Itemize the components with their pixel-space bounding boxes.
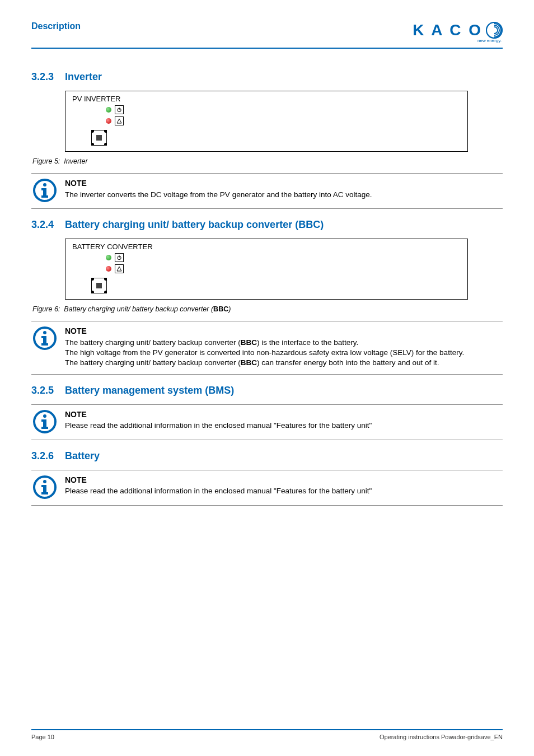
heading-text: Inverter [65,71,102,82]
heading-num: 3.2.3 [31,71,54,82]
heading-text: Battery management system (BMS) [65,385,234,396]
fig-text-a: Battery charging unit/ battery backup co… [64,305,213,313]
device-title: PV INVERTER [72,95,461,103]
svg-point-21 [43,480,46,483]
doc-title: Operating instructions Powador-gridsave_… [380,734,503,740]
fig-text-b: BBC [213,305,228,313]
note-bbc: NOTE The battery charging unit/ battery … [31,321,503,375]
figure-6-caption: Figure 6: Battery charging unit/ battery… [32,305,503,313]
stop-button[interactable] [91,130,107,146]
status-row-fault [106,116,461,125]
note-line-1: The battery charging unit/ battery backu… [65,338,503,348]
note-inverter: NOTE The inverter converts the DC voltag… [31,173,503,209]
stop-icon [96,135,102,141]
heading-num: 3.2.6 [31,450,54,461]
svg-rect-7 [41,195,48,198]
note-title: NOTE [65,326,503,337]
svg-point-11 [43,331,46,334]
note-content: NOTE The inverter converts the DC voltag… [65,178,503,203]
svg-rect-18 [41,419,46,422]
heading-num: 3.2.4 [31,219,54,230]
note-body: Please read the additional information i… [65,486,503,496]
note-content: NOTE The battery charging unit/ battery … [65,326,503,368]
svg-rect-13 [41,336,46,338]
note-content: NOTE Please read the additional informat… [65,475,503,500]
led-green-icon [106,255,111,260]
status-row-ok [106,105,461,114]
page-footer: Page 10 Operating instructions Powador-g… [31,729,503,740]
fig-prefix: Figure 6: [32,305,60,313]
heading-text: Battery charging unit/ battery backup co… [65,219,324,230]
info-icon [32,326,57,351]
note-battery: NOTE Please read the additional informat… [31,470,503,506]
swirl-icon [486,22,503,39]
power-icon [115,105,124,114]
heading-text: Battery [65,450,100,461]
note-title: NOTE [65,409,503,420]
svg-rect-6 [41,188,46,190]
led-red-icon [106,118,111,124]
heading-inverter: 3.2.3Inverter [31,71,503,83]
info-icon [32,178,57,203]
page-header: Description K A C O new energy. [31,21,503,46]
figure-5-caption: Figure 5: Inverter [32,157,503,165]
note-line-3: The battery charging unit/ battery backu… [65,358,503,368]
t: The battery charging unit/ battery backu… [65,358,241,367]
power-icon [115,253,124,262]
header-rule [31,48,503,49]
warning-icon [115,264,124,273]
fig-text-c: ) [228,305,231,313]
stop-icon [96,283,102,288]
note-bms: NOTE Please read the additional informat… [31,404,503,440]
svg-rect-23 [41,485,46,487]
pv-inverter-panel: PV INVERTER [65,91,468,152]
note-title: NOTE [65,178,503,189]
note-line-2: The high voltage from the PV generator i… [65,348,503,358]
section-label: Description [31,21,81,31]
brand-logo: K A C O new energy. [413,21,503,43]
svg-rect-19 [41,427,48,429]
note-content: NOTE Please read the additional informat… [65,409,503,434]
fig-text: Inverter [64,157,87,165]
heading-bbc: 3.2.4Battery charging unit/ battery back… [31,219,503,231]
note-body: Please read the additional information i… [65,421,503,431]
footer-rule [31,729,503,730]
t: BBC [241,338,257,347]
warning-icon [115,116,124,125]
t: The battery charging unit/ battery backu… [65,338,241,347]
note-body: The inverter converts the DC voltage fro… [65,190,503,200]
svg-point-4 [43,183,46,186]
status-row-ok [106,253,461,262]
svg-rect-24 [41,492,48,494]
logo-text: K A C O [413,21,483,39]
t: ) can transfer energy both into the batt… [257,358,439,367]
led-green-icon [106,107,111,113]
t: ) is the interface to the battery. [257,338,358,347]
info-icon [32,409,57,434]
stop-button[interactable] [91,278,107,293]
led-red-icon [106,266,111,272]
heading-battery: 3.2.6Battery [31,450,503,462]
svg-point-16 [43,414,46,418]
heading-bms: 3.2.5Battery management system (BMS) [31,385,503,396]
t: BBC [241,358,257,367]
heading-num: 3.2.5 [31,385,54,396]
status-row-fault [106,264,461,273]
battery-converter-panel: BATTERY CONVERTER [65,239,468,300]
page-number: Page 10 [31,734,54,740]
svg-rect-14 [41,343,48,346]
device-title: BATTERY CONVERTER [72,242,461,251]
note-title: NOTE [65,475,503,486]
fig-prefix: Figure 5: [32,157,60,165]
info-icon [32,475,57,500]
